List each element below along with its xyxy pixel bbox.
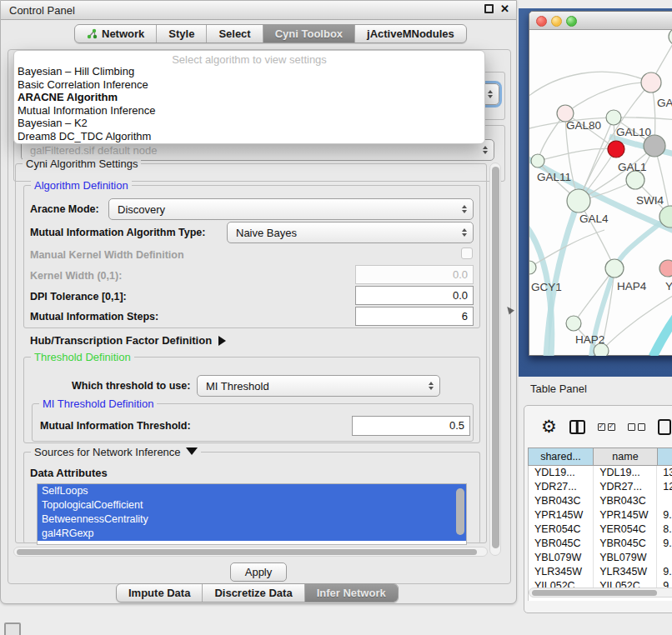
network-node-label: GAL4 xyxy=(579,212,609,225)
table-row[interactable]: YBL079WYBL079W xyxy=(529,551,672,565)
table-row[interactable]: YDR27...YDR27...12 xyxy=(529,480,672,494)
dpi-tolerance-field[interactable]: 0.0 xyxy=(355,286,474,305)
new-table-icon[interactable] xyxy=(658,419,671,435)
network-node-label: SWI4 xyxy=(636,194,664,207)
kernel-width-field[interactable]: 0.0 xyxy=(355,265,474,284)
cyni-settings-legend: Cyni Algorithm Settings xyxy=(23,158,141,170)
tab-jactivemnodules[interactable]: jActiveMNodules xyxy=(355,25,466,42)
network-node-hap2[interactable] xyxy=(566,316,581,331)
algorithm-option-dream8-dc-tdc-algorithm[interactable]: Dream8 DC_TDC Algorithm xyxy=(14,130,484,143)
minimize-traffic-light[interactable] xyxy=(551,16,562,27)
control-panel-title: Control Panel xyxy=(1,4,75,17)
network-icon xyxy=(87,28,98,39)
split-columns-icon[interactable] xyxy=(569,420,585,434)
tab-discretize-data[interactable]: Discretize Data xyxy=(203,584,304,602)
attribute-item-betweennesscentrality[interactable]: BetweennessCentrality xyxy=(38,512,466,527)
combo-arrows-icon xyxy=(462,228,467,237)
hub-definition-toggle[interactable]: Hub/Transcription Factor Definition xyxy=(30,334,226,347)
sources-legend[interactable]: Sources for Network Inference xyxy=(31,446,201,458)
column-header-name[interactable]: name xyxy=(594,448,658,466)
network-canvas[interactable]: GALGAL80GAL10GAL1GAL11GAL4SWI4GCY1HAP4YH… xyxy=(529,30,672,356)
data-attributes-list[interactable]: SelfLoopsTopologicalCoefficientBetweenne… xyxy=(37,483,467,545)
network-node-gcy1[interactable] xyxy=(529,261,536,274)
network-node-hap4[interactable] xyxy=(605,259,624,278)
tab-select[interactable]: Select xyxy=(207,25,263,42)
attribute-item-selfloops[interactable]: SelfLoops xyxy=(38,484,466,498)
minimized-panel-grip[interactable] xyxy=(4,622,21,635)
attribute-item-topologicalcoefficient[interactable]: TopologicalCoefficient xyxy=(38,498,466,512)
data-attributes-label: Data Attributes xyxy=(30,467,108,479)
attribute-list-scrollbar[interactable] xyxy=(456,488,464,535)
control-panel-titlebar: Control Panel ✕ xyxy=(1,1,516,20)
settings-vertical-scrollbar[interactable] xyxy=(489,162,501,556)
expand-arrow-icon xyxy=(218,336,226,346)
tab-style[interactable]: Style xyxy=(157,25,207,42)
algorithm-option-bayesian-k2[interactable]: Bayesian – K2 xyxy=(14,117,484,130)
tab-cyni-toolbox[interactable]: Cyni Toolbox xyxy=(263,25,355,42)
deselect-all-columns-icon[interactable] xyxy=(628,423,645,431)
network-node-gal1[interactable] xyxy=(626,171,644,189)
table-cell: YDL19... xyxy=(594,466,657,480)
network-node-gal10[interactable] xyxy=(606,110,621,125)
network-node-label: GAL11 xyxy=(537,171,571,183)
zoom-traffic-light[interactable] xyxy=(566,16,577,27)
network-node[interactable] xyxy=(669,30,672,45)
algorithm-option-basic-correlation-inference[interactable]: Basic Correlation Inference xyxy=(14,78,484,92)
tab-infer-network[interactable]: Infer Network xyxy=(305,584,398,602)
restore-icon[interactable] xyxy=(484,4,494,13)
tab-impute-data[interactable]: Impute Data xyxy=(117,584,203,602)
table-row[interactable]: YER054CYER054C8. xyxy=(529,522,672,537)
network-node-y[interactable] xyxy=(659,260,672,277)
aracne-mode-label: Aracne Mode: xyxy=(30,203,99,215)
network-node[interactable] xyxy=(608,141,624,158)
settings-horizontal-scrollbar[interactable] xyxy=(13,547,488,557)
network-node-gal[interactable] xyxy=(641,72,661,92)
manual-kernel-checkbox[interactable] xyxy=(461,248,473,259)
network-node-gal11[interactable] xyxy=(531,154,544,168)
network-window-titlebar[interactable] xyxy=(529,12,672,30)
table-row[interactable]: YBR043CYBR043C xyxy=(529,494,672,508)
algorithm-option-aracne-algorithm[interactable]: ARACNE Algorithm xyxy=(14,91,484,104)
close-traffic-light[interactable] xyxy=(536,16,547,27)
tab-label: Style xyxy=(168,28,194,40)
table-row[interactable]: YLR345WYLR345W9. xyxy=(529,565,672,579)
mi-threshold-field[interactable]: 0.5 xyxy=(352,416,470,436)
select-all-columns-icon[interactable] xyxy=(598,423,615,431)
column-header-shared[interactable]: shared... xyxy=(528,448,594,466)
table-horizontal-scrollbar[interactable] xyxy=(529,588,672,598)
table-cell: YBR045C xyxy=(594,537,657,551)
aracne-mode-combo[interactable]: Discovery xyxy=(108,198,474,220)
attribute-item-gal4rgexp[interactable]: gal4RGexp xyxy=(38,527,466,541)
mi-type-combo[interactable]: Naive Bayes xyxy=(227,222,474,243)
collapse-arrow-icon xyxy=(186,448,198,455)
mi-type-value: Naive Bayes xyxy=(236,227,297,239)
mi-steps-field[interactable]: 6 xyxy=(355,307,474,326)
column-header-col2[interactable] xyxy=(658,448,672,466)
table-cell: 9. xyxy=(657,508,672,522)
table-panel: ⚙ shared...name YDL19...YDL19...13YDR27.… xyxy=(524,405,672,613)
table-cell: YBR043C xyxy=(529,494,594,508)
table-cell: 12 xyxy=(657,480,672,494)
algorithm-option-mutual-information-inference[interactable]: Mutual Information Inference xyxy=(14,104,484,118)
table-cell: YBR045C xyxy=(529,537,594,551)
tab-label: Infer Network xyxy=(317,587,386,599)
table-row[interactable]: YBR045CYBR045C9. xyxy=(529,537,672,551)
close-icon[interactable]: ✕ xyxy=(500,4,509,13)
network-node-label: HAP4 xyxy=(617,280,647,292)
gear-icon[interactable]: ⚙ xyxy=(541,418,557,435)
tab-label: Select xyxy=(218,28,250,40)
mi-steps-label: Mutual Information Steps: xyxy=(30,311,158,322)
tab-label: Discretize Data xyxy=(214,587,292,599)
hub-definition-label: Hub/Transcription Factor Definition xyxy=(30,334,212,347)
table-row[interactable]: YDL19...YDL19...13 xyxy=(529,466,672,480)
table-row[interactable]: YPR145WYPR145W9. xyxy=(529,508,672,522)
apply-button[interactable]: Apply xyxy=(230,562,287,582)
tab-network[interactable]: Network xyxy=(75,25,157,42)
which-threshold-combo[interactable]: MI Threshold xyxy=(197,375,440,397)
network-node-label: GAL80 xyxy=(566,119,601,132)
network-node-gal4[interactable] xyxy=(567,189,590,212)
network-view-window: GALGAL80GAL10GAL1GAL11GAL4SWI4GCY1HAP4YH… xyxy=(529,11,672,356)
algorithm-option-bayesian-hill-climbing[interactable]: Bayesian – Hill Climbing xyxy=(14,65,484,78)
combo-arrows-icon xyxy=(429,382,434,390)
table-cell: YLR345W xyxy=(529,565,594,579)
